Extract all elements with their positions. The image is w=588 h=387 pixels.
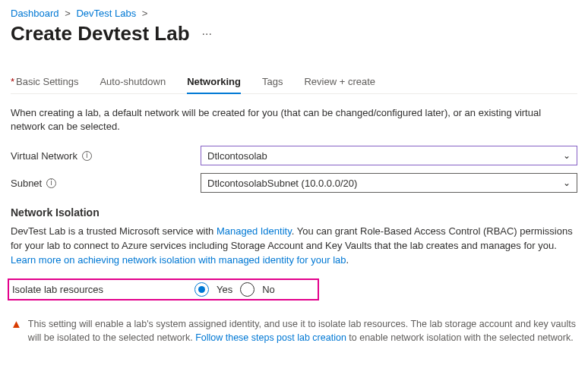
subnet-select[interactable]: DtlcontosolabSubnet (10.0.0.0/20) ⌄	[201, 173, 577, 193]
tab-basic-settings[interactable]: *Basic Settings	[11, 76, 78, 93]
vnet-label: Virtual Network i	[11, 150, 201, 162]
radio-yes[interactable]	[194, 282, 209, 297]
radio-no[interactable]	[240, 282, 254, 297]
chevron-down-icon: ⌄	[563, 178, 571, 188]
tab-tags[interactable]: Tags	[262, 76, 283, 93]
radio-no-label[interactable]: No	[262, 284, 275, 295]
vnet-value: Dtlcontosolab	[207, 150, 267, 162]
tab-review-create[interactable]: Review + create	[304, 76, 375, 93]
subnet-label: Subnet i	[11, 178, 201, 189]
managed-identity-link[interactable]: Managed Identity	[217, 225, 292, 237]
tab-auto-shutdown[interactable]: Auto-shutdown	[100, 76, 166, 93]
breadcrumb: Dashboard > DevTest Labs >	[11, 8, 577, 19]
page-title: Create Devtest Lab	[11, 22, 190, 46]
warning-alert: ▲ This setting will enable a lab's syste…	[11, 317, 577, 345]
isolate-resources-label: Isolate lab resources	[12, 284, 194, 295]
breadcrumb-devtest-labs[interactable]: DevTest Labs	[76, 8, 136, 19]
vnet-select[interactable]: Dtlcontosolab ⌄	[201, 146, 577, 165]
network-isolation-description: DevTest Lab is a trusted Microsoft servi…	[11, 225, 577, 268]
network-isolation-header: Network Isolation	[11, 206, 577, 219]
tab-description: When creating a lab, a default network w…	[11, 106, 577, 134]
more-actions-button[interactable]: ···	[198, 26, 217, 42]
tab-networking[interactable]: Networking	[187, 76, 241, 93]
post-lab-creation-link[interactable]: Follow these steps post lab creation	[195, 332, 346, 343]
isolate-resources-row: Isolate lab resources Yes No	[8, 278, 319, 300]
warning-icon: ▲	[11, 317, 22, 345]
learn-more-link[interactable]: Learn more on achieving network isolatio…	[11, 254, 346, 266]
info-icon[interactable]: i	[82, 151, 92, 161]
required-asterisk: *	[11, 76, 14, 87]
subnet-value: DtlcontosolabSubnet (10.0.0.0/20)	[207, 178, 357, 189]
isolate-radio-group: Yes No	[194, 282, 275, 297]
breadcrumb-dashboard[interactable]: Dashboard	[11, 8, 59, 19]
tabs: *Basic Settings Auto-shutdown Networking…	[11, 76, 577, 94]
chevron-right-icon: >	[142, 8, 148, 19]
radio-yes-label[interactable]: Yes	[217, 284, 232, 295]
chevron-down-icon: ⌄	[563, 150, 571, 161]
chevron-right-icon: >	[65, 8, 71, 19]
info-icon[interactable]: i	[46, 178, 56, 188]
